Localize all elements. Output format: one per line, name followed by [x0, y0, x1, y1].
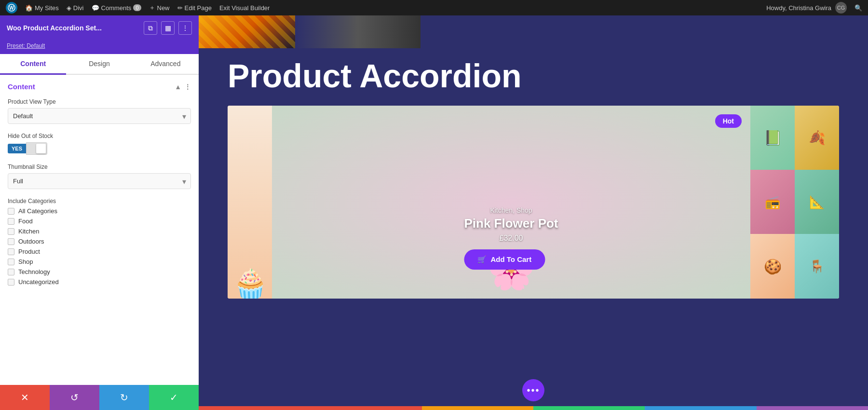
category-checkbox-uncategorized[interactable] [8, 279, 14, 286]
wordpress-logo-icon[interactable]: W [6, 2, 17, 14]
toggle-track[interactable] [26, 142, 47, 155]
color-segment-purple [757, 406, 868, 410]
panel-header-icons: ⧉ ▦ ⋮ [144, 21, 192, 35]
color-segment-blue [645, 406, 756, 410]
product-info-overlay: Kitchen, Shop Pink Flower Pot £32.00 🛒 A… [464, 206, 558, 270]
redo-button[interactable]: ↻ [99, 385, 149, 410]
thumb-right-2 [795, 106, 839, 170]
category-label-product: Product [18, 248, 40, 255]
panel-title: Woo Product Accordion Set... [7, 24, 102, 32]
include-categories-label: Include Categories [8, 198, 191, 205]
thumbnail-size-field: Thumbnail Size Full Medium Small Thumbna… [8, 164, 191, 189]
divi-menu[interactable]: ◈ Divi [67, 4, 84, 12]
accordion-left-strip [228, 106, 272, 299]
exit-builder-label: Exit Visual Builder [219, 4, 270, 12]
howdy-label: Howdy, Christina Gwira [766, 4, 831, 12]
thumb-cupcake [228, 106, 272, 299]
tab-design[interactable]: Design [66, 54, 132, 75]
product-view-type-label: Product View Type [8, 98, 191, 105]
category-label-uncategorized: Uncategorized [18, 278, 59, 286]
bottom-action-bar: ✕ ↺ ↻ ✓ [0, 385, 199, 410]
my-sites-menu[interactable]: 🏠 My Sites [25, 4, 59, 12]
category-checkbox-outdoors[interactable] [8, 238, 14, 245]
include-categories-field: Include Categories All Categories Food K… [8, 198, 191, 286]
color-segment-orange [422, 406, 533, 410]
more-menu-icon[interactable]: ⋮ [178, 21, 192, 35]
toggle-thumb [36, 144, 46, 153]
hot-badge: Hot [715, 114, 742, 128]
category-item-shop[interactable]: Shop [8, 258, 191, 265]
category-checkbox-kitchen[interactable] [8, 228, 14, 235]
category-item-uncategorized[interactable]: Uncategorized [8, 278, 191, 286]
undo-icon: ↺ [70, 392, 79, 403]
redo-icon: ↻ [120, 392, 128, 403]
category-item-food[interactable]: Food [8, 218, 191, 225]
thumb-right-4 [795, 170, 839, 234]
accordion-right-strip [750, 106, 839, 299]
columns-icon[interactable]: ▦ [161, 21, 175, 35]
category-label-food: Food [18, 218, 33, 225]
bottom-color-bar [199, 406, 868, 410]
product-view-type-select-wrapper: Default [8, 108, 191, 124]
category-checkbox-technology[interactable] [8, 269, 14, 275]
panel-tabs: Content Design Advanced [0, 54, 199, 75]
plus-icon: ＋ [149, 3, 155, 12]
edit-page-link[interactable]: ✏ Edit Page [177, 4, 212, 12]
category-checkbox-all[interactable] [8, 208, 14, 215]
thumbnail-size-select[interactable]: Full Medium Small Thumbnail [8, 173, 191, 189]
preview-content: Product Accordion Hot 🌸 Kitch [199, 15, 868, 410]
thumb-right-6 [795, 234, 839, 298]
category-checkbox-food[interactable] [8, 218, 14, 225]
section-menu-icon[interactable]: ⋮ [184, 83, 191, 91]
comments-menu[interactable]: 💬 Comments 0 [92, 4, 141, 12]
svg-text:W: W [9, 5, 14, 11]
preview-area: Product Accordion Hot 🌸 Kitch [199, 15, 868, 410]
add-to-cart-button[interactable]: 🛒 Add To Cart [464, 249, 545, 270]
color-segment-green [533, 406, 645, 410]
category-item-technology[interactable]: Technology [8, 268, 191, 275]
preset-label[interactable]: Preset: Default [7, 42, 45, 49]
comment-icon: 💬 [92, 4, 99, 12]
user-account-area[interactable]: Howdy, Christina Gwira CG [766, 2, 847, 14]
settings-panel: Woo Product Accordion Set... ⧉ ▦ ⋮ Prese… [0, 15, 199, 410]
category-item-outdoors[interactable]: Outdoors [8, 238, 191, 245]
category-checkbox-shop[interactable] [8, 259, 14, 265]
cancel-button[interactable]: ✕ [0, 385, 50, 410]
collapse-section-icon[interactable]: ▲ [175, 83, 181, 91]
expand-icon[interactable]: ⧉ [144, 21, 157, 35]
preset-bar: Preset: Default [0, 41, 199, 54]
save-button[interactable]: ✓ [149, 385, 199, 410]
panel-header: Woo Product Accordion Set... ⧉ ▦ ⋮ [0, 15, 199, 41]
thumb-right-3 [750, 170, 795, 234]
category-item-product[interactable]: Product [8, 248, 191, 255]
hide-out-of-stock-toggle[interactable]: YES [8, 142, 191, 155]
admin-search-icon[interactable]: 🔍 [854, 4, 862, 12]
hide-out-of-stock-label: Hide Out of Stock [8, 133, 191, 139]
exit-builder-link[interactable]: Exit Visual Builder [219, 4, 270, 12]
tab-content[interactable]: Content [0, 54, 66, 75]
add-to-cart-label: Add To Cart [490, 255, 531, 263]
section-title-text: Content [8, 82, 35, 91]
comments-label: Comments [101, 4, 132, 12]
toggle-yes-label[interactable]: YES [8, 144, 26, 153]
thumbnail-size-label: Thumbnail Size [8, 164, 191, 170]
product-view-type-field: Product View Type Default [8, 98, 191, 124]
new-menu[interactable]: ＋ New [149, 3, 170, 12]
category-label-kitchen: Kitchen [18, 228, 39, 235]
undo-button[interactable]: ↺ [50, 385, 99, 410]
content-section-title: Content ▲ ⋮ [8, 82, 191, 91]
category-label-technology: Technology [18, 268, 50, 275]
category-checkbox-product[interactable] [8, 248, 14, 255]
product-view-type-select[interactable]: Default [8, 108, 191, 124]
product-name: Pink Flower Pot [464, 216, 558, 231]
preview-main-heading: Product Accordion [199, 48, 868, 106]
category-item-kitchen[interactable]: Kitchen [8, 228, 191, 235]
cart-icon: 🛒 [477, 255, 487, 264]
more-options-button[interactable]: ••• [522, 379, 544, 401]
thumb-right-1 [750, 106, 795, 170]
category-item-all[interactable]: All Categories [8, 207, 191, 215]
category-label-shop: Shop [18, 258, 33, 265]
user-avatar: CG [835, 2, 847, 14]
tab-advanced[interactable]: Advanced [133, 54, 199, 75]
hide-out-of-stock-field: Hide Out of Stock YES [8, 133, 191, 155]
